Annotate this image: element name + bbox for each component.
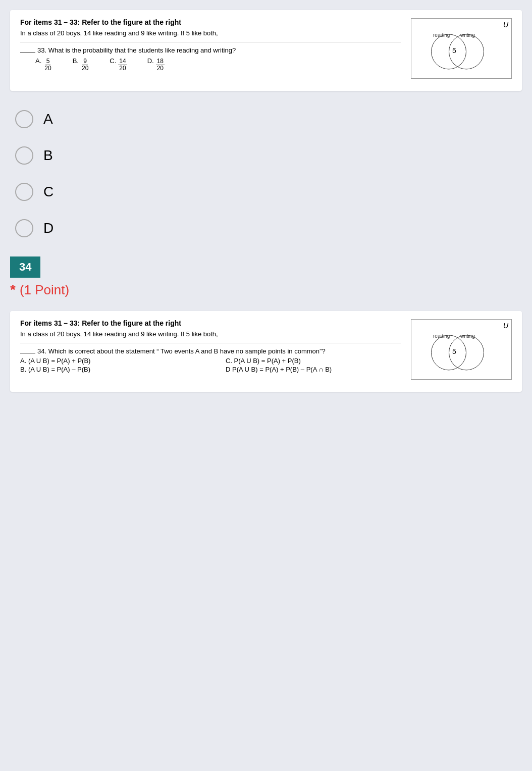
venn-circles-34: reading writing 5 <box>426 332 497 373</box>
radio-b[interactable] <box>15 146 33 165</box>
q34-choice-c: C. P(A U B) = P(A) + P(B) <box>226 357 401 365</box>
answer-label-d: D <box>43 220 54 236</box>
venn-diagram-34: U reading writing 5 <box>411 319 512 380</box>
radio-c[interactable] <box>15 183 33 201</box>
q33-subtitle: In a class of 20 boys, 14 like reading a… <box>20 29 401 37</box>
choice-c: C. 14 20 <box>110 57 127 72</box>
asterisk-icon: * <box>10 282 16 298</box>
q33-question-text: 33. What is the probability that the stu… <box>37 46 236 54</box>
item-34-badge: 34 <box>10 256 40 278</box>
q34-question-text: 34. Which is correct about the statement… <box>37 347 326 355</box>
answer-label-a: A <box>43 111 53 127</box>
radio-a[interactable] <box>15 110 33 128</box>
q33-blank <box>20 52 35 53</box>
choice-b: B. 9 20 <box>73 57 90 72</box>
q33-question-line: 33. What is the probability that the stu… <box>20 42 401 54</box>
q34-col1: A. (A U B) = P(A) + P(B) B. (A U B) = P(… <box>20 357 195 374</box>
answer-options-33: A B C D <box>0 96 532 251</box>
question-34-header: For items 31 – 33: Refer to the figure a… <box>20 319 512 380</box>
venn-number-33: 5 <box>452 46 456 55</box>
u-label-33: U <box>503 21 508 29</box>
q33-choices: A. 5 20 B. 9 20 C. 14 <box>35 57 401 72</box>
q34-title: For items 31 – 33: Refer to the figure a… <box>20 319 401 327</box>
q34-choice-b: B. (A U B) = P(A) – P(B) <box>20 366 195 373</box>
q34-col2: C. P(A U B) = P(A) + P(B) D P(A U B) = P… <box>226 357 401 374</box>
answer-label-c: C <box>43 184 54 200</box>
question-34-header-text: For items 31 – 33: Refer to the figure a… <box>20 319 401 374</box>
question-33-header: For items 31 – 33: Refer to the figure a… <box>20 18 512 79</box>
choice-a: A. 5 20 <box>35 57 52 72</box>
u-label-34: U <box>503 322 508 330</box>
answer-option-b[interactable]: B <box>15 137 517 174</box>
answer-option-d[interactable]: D <box>15 210 517 246</box>
point-label-34: * (1 Point) <box>0 278 532 306</box>
q34-choice-d: D P(A U B) = P(A) + P(B) – P(A ∩ B) <box>226 366 401 373</box>
point-text: (1 Point) <box>20 282 69 298</box>
q33-title: For items 31 – 33: Refer to the figure a… <box>20 18 401 26</box>
q34-question-line: 34. Which is correct about the statement… <box>20 343 401 355</box>
question-33-header-text: For items 31 – 33: Refer to the figure a… <box>20 18 401 72</box>
question-34-card: For items 31 – 33: Refer to the figure a… <box>10 311 522 392</box>
question-33-card: For items 31 – 33: Refer to the figure a… <box>10 10 522 91</box>
choice-d: D. 18 20 <box>147 57 165 72</box>
q34-choices-row: A. (A U B) = P(A) + P(B) B. (A U B) = P(… <box>20 357 401 374</box>
radio-d[interactable] <box>15 219 33 237</box>
venn-diagram-33: U reading writing 5 <box>411 18 512 79</box>
q34-subtitle: In a class of 20 boys, 14 like reading a… <box>20 330 401 338</box>
q34-choices: A. (A U B) = P(A) + P(B) B. (A U B) = P(… <box>20 357 401 374</box>
venn-circles-33: reading writing 5 <box>426 31 497 72</box>
q34-choice-a: A. (A U B) = P(A) + P(B) <box>20 357 195 365</box>
answer-option-a[interactable]: A <box>15 101 517 137</box>
answer-option-c[interactable]: C <box>15 174 517 210</box>
q34-blank <box>20 353 35 353</box>
answer-label-b: B <box>43 147 53 164</box>
venn-number-34: 5 <box>452 347 456 355</box>
